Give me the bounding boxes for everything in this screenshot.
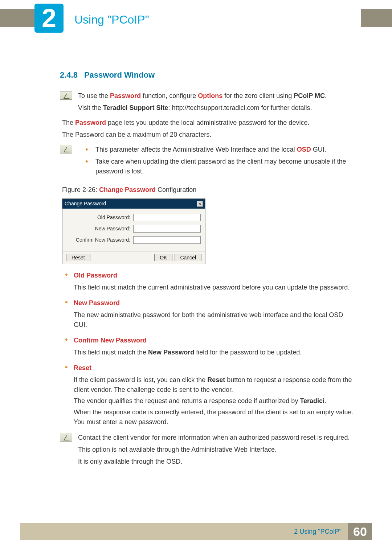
intro-p2: The Password can be a maximum of 20 char… xyxy=(60,130,358,140)
cancel-button[interactable]: Cancel xyxy=(175,254,201,261)
dialog-title: Change Password xyxy=(65,200,106,208)
change-password-dialog: Change Password × Old Password: New Pass… xyxy=(62,198,205,264)
definition-term: Confirm New Password xyxy=(74,336,358,345)
confirm-password-field[interactable] xyxy=(133,236,201,244)
section-number: 2.4.8 xyxy=(60,70,78,79)
confirm-password-label: Confirm New Password: xyxy=(67,236,130,244)
definition-item: Old Password This field must match the c… xyxy=(60,271,358,292)
reset-button[interactable]: Reset xyxy=(66,254,90,261)
chapter-number-badge: 2 xyxy=(34,4,64,33)
footer-chapter-label: 2 Using "PCoIP" xyxy=(287,523,348,540)
note-bullet: This parameter affects the Administrativ… xyxy=(91,145,358,155)
new-password-field[interactable] xyxy=(133,225,201,233)
definition-item: New Password The new administrative pass… xyxy=(60,298,358,330)
definition-text: This field must match the New Password f… xyxy=(74,348,358,357)
page-number: 60 xyxy=(348,523,372,540)
section-title: Password Window xyxy=(84,70,155,79)
page-footer: 2 Using "PCoIP" 60 xyxy=(20,523,372,540)
note-icon xyxy=(60,145,72,153)
ok-button[interactable]: OK xyxy=(154,254,172,261)
definition-term: Reset xyxy=(74,363,358,373)
dialog-title-bar: Change Password × xyxy=(62,199,205,209)
note-icon xyxy=(60,91,72,100)
figure-caption: Figure 2-26: Change Password Configurati… xyxy=(62,185,358,195)
definition-text: The new administrative password for both… xyxy=(74,310,358,330)
note-body: Contact the client vendor for more infor… xyxy=(78,433,358,469)
definition-term: New Password xyxy=(74,298,358,308)
definition-item: Reset If the client password is lost, yo… xyxy=(60,363,358,427)
old-password-label: Old Password: xyxy=(67,214,130,221)
note-icon xyxy=(60,433,72,442)
definition-text: This field must match the current admini… xyxy=(74,283,358,292)
definition-text: If the client password is lost, you can … xyxy=(74,375,358,395)
definition-text: When the response code is correctly ente… xyxy=(74,407,358,427)
new-password-label: New Password: xyxy=(67,225,130,233)
definition-text: The vendor qualifies the request and ret… xyxy=(74,396,358,406)
chapter-title: Using "PCoIP" xyxy=(74,11,149,28)
note-body: To use the Password function, configure … xyxy=(78,91,358,115)
note-bullet: Take care when updating the client passw… xyxy=(91,157,358,176)
section-heading: 2.4.8Password Window xyxy=(60,69,358,81)
intro-p1: The Password page lets you update the lo… xyxy=(60,118,358,128)
definition-item: Confirm New Password This field must mat… xyxy=(60,336,358,357)
old-password-field[interactable] xyxy=(133,214,201,221)
close-icon[interactable]: × xyxy=(197,201,203,207)
definition-term: Old Password xyxy=(74,271,358,280)
note-body: This parameter affects the Administrativ… xyxy=(78,145,358,178)
